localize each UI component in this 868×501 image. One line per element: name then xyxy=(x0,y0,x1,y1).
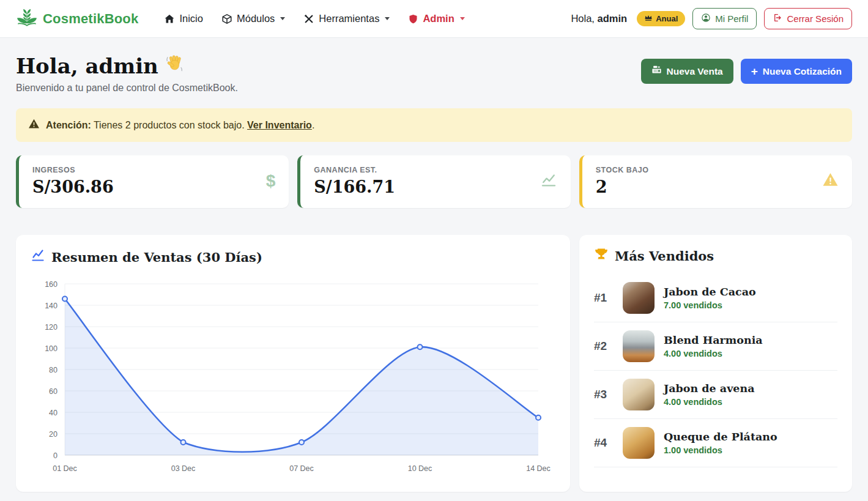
product-thumbnail xyxy=(623,379,655,410)
seller-rank: #1 xyxy=(594,291,614,305)
nav-label: Módulos xyxy=(237,13,275,24)
logout-button[interactable]: Cerrar Sesión xyxy=(764,8,852,29)
trophy-icon xyxy=(594,247,609,264)
nav-label: Admin xyxy=(423,13,454,24)
new-quote-button[interactable]: + Nueva Cotización xyxy=(741,59,852,84)
inventory-link[interactable]: Ver Inventario xyxy=(247,120,312,130)
svg-text:14 Dec: 14 Dec xyxy=(526,464,551,473)
stat-value: 2 xyxy=(596,177,649,196)
svg-text:60: 60 xyxy=(49,387,57,396)
seller-sold-count: 4.00 vendidos xyxy=(664,349,763,358)
seller-rank: #3 xyxy=(594,388,614,401)
alert-text: Atención: Tienes 2 productos con stock b… xyxy=(46,120,314,131)
stats-row: INGRESOS S/306.86 $ GANANCIA EST. S/166.… xyxy=(16,155,852,208)
home-icon xyxy=(164,13,175,24)
svg-text:80: 80 xyxy=(49,366,57,374)
content-row: Resumen de Ventas (30 Días) 020406080100… xyxy=(16,235,852,492)
seller-item-3: #3 Jabon de avena 4.00 vendidos xyxy=(594,371,837,419)
svg-text:03 Dec: 03 Dec xyxy=(171,464,196,473)
chart-line-icon xyxy=(31,248,45,265)
svg-text:07 Dec: 07 Dec xyxy=(289,464,314,473)
new-sale-button[interactable]: Nueva Venta xyxy=(641,59,733,84)
sales-chart-title: Resumen de Ventas (30 Días) xyxy=(51,250,262,265)
svg-text:0: 0 xyxy=(53,451,57,460)
top-sellers-card: Más Vendidos #1 Jabon de Cacao 7.00 vend… xyxy=(579,235,852,492)
product-thumbnail xyxy=(623,330,655,362)
seller-sold-count: 4.00 vendidos xyxy=(664,397,755,407)
stat-card-ingresos: INGRESOS S/306.86 $ xyxy=(16,155,289,208)
stat-card-stock-bajo: STOCK BAJO 2 xyxy=(579,155,852,208)
seller-item-4: #4 Queque de Plátano 1.00 vendidos xyxy=(594,419,837,467)
nav-item-inicio[interactable]: Inicio xyxy=(164,13,203,24)
seller-item-2: #2 Blend Harmonia 4.00 vendidos xyxy=(594,322,837,371)
product-thumbnail xyxy=(623,427,655,459)
user-greeting: Hola, admin xyxy=(571,13,627,24)
seller-sold-count: 7.00 vendidos xyxy=(664,300,756,310)
top-navbar: CosmetikBook Inicio Módulos xyxy=(0,0,868,38)
seller-name: Jabon de Cacao xyxy=(664,286,756,298)
brand-logo[interactable]: CosmetikBook xyxy=(16,8,138,30)
svg-text:10 Dec: 10 Dec xyxy=(408,464,432,473)
svg-text:140: 140 xyxy=(45,302,57,310)
sales-chart-card: Resumen de Ventas (30 Días) 020406080100… xyxy=(16,235,570,492)
svg-text:20: 20 xyxy=(49,430,57,439)
seller-rank: #4 xyxy=(594,436,614,450)
logout-button-label: Cerrar Sesión xyxy=(787,13,844,24)
plus-icon: + xyxy=(751,65,758,77)
plan-badge-label: Anual xyxy=(656,14,678,23)
warning-triangle-icon xyxy=(822,173,839,190)
stat-label: INGRESOS xyxy=(32,166,114,174)
sales-chart-area: 02040608010012014016001 Dec03 Dec07 Dec1… xyxy=(31,275,555,478)
chevron-down-icon xyxy=(280,17,285,20)
low-stock-alert: Atención: Tienes 2 productos con stock b… xyxy=(16,108,852,142)
logout-icon xyxy=(773,13,782,24)
new-sale-button-label: Nueva Venta xyxy=(667,66,723,77)
page-title-text: Hola, admin xyxy=(16,54,158,78)
svg-text:01 Dec: 01 Dec xyxy=(53,464,77,473)
navbar-right: Hola, admin Anual Mi Perfil xyxy=(571,8,852,29)
top-sellers-title: Más Vendidos xyxy=(615,248,714,264)
page-header: Hola, admin xyxy=(0,38,868,94)
plan-badge: Anual xyxy=(637,11,685,26)
waving-hand-icon xyxy=(165,54,184,78)
stat-value: S/166.71 xyxy=(314,177,395,196)
new-quote-button-label: Nueva Cotización xyxy=(763,66,842,77)
tools-icon xyxy=(303,13,314,24)
stat-label: GANANCIA EST. xyxy=(314,166,395,174)
username: admin xyxy=(598,13,628,24)
sales-line-chart: 02040608010012014016001 Dec03 Dec07 Dec1… xyxy=(31,275,555,478)
seller-name: Blend Harmonia xyxy=(664,334,763,346)
product-thumbnail xyxy=(623,282,655,314)
page-subtitle: Bienvenido a tu panel de control de Cosm… xyxy=(16,83,238,94)
alert-period: . xyxy=(312,120,314,130)
svg-text:120: 120 xyxy=(45,323,57,332)
stat-value: S/306.86 xyxy=(32,177,114,196)
brand-name: CosmetikBook xyxy=(43,11,138,27)
dollar-icon: $ xyxy=(266,171,276,191)
alert-message: Tienes 2 productos con stock bajo. xyxy=(91,120,247,130)
profile-button[interactable]: Mi Perfil xyxy=(692,8,757,29)
nav-item-herramientas[interactable]: Herramientas xyxy=(303,13,390,24)
book-plant-logo-icon xyxy=(16,8,38,30)
cash-register-icon xyxy=(651,65,662,78)
box-icon xyxy=(221,13,232,24)
svg-text:100: 100 xyxy=(45,344,57,353)
chevron-down-icon xyxy=(385,17,390,20)
seller-item-1: #1 Jabon de Cacao 7.00 vendidos xyxy=(594,274,837,322)
nav-item-modulos[interactable]: Módulos xyxy=(221,13,285,24)
crown-icon xyxy=(644,14,653,23)
seller-sold-count: 1.00 vendidos xyxy=(664,445,777,455)
chevron-down-icon xyxy=(460,17,465,20)
stat-card-ganancia: GANANCIA EST. S/166.71 xyxy=(297,155,570,208)
nav-item-admin[interactable]: Admin xyxy=(408,13,464,24)
graph-up-icon xyxy=(540,171,557,191)
sellers-footer-spacer xyxy=(594,467,837,483)
profile-button-label: Mi Perfil xyxy=(715,13,748,24)
greeting-prefix: Hola, xyxy=(571,13,595,24)
alert-title: Atención: xyxy=(46,120,91,130)
person-circle-icon xyxy=(701,13,711,24)
seller-name: Queque de Plátano xyxy=(664,431,777,443)
shield-icon xyxy=(408,13,418,24)
svg-text:40: 40 xyxy=(49,409,57,417)
stat-label: STOCK BAJO xyxy=(596,166,649,174)
